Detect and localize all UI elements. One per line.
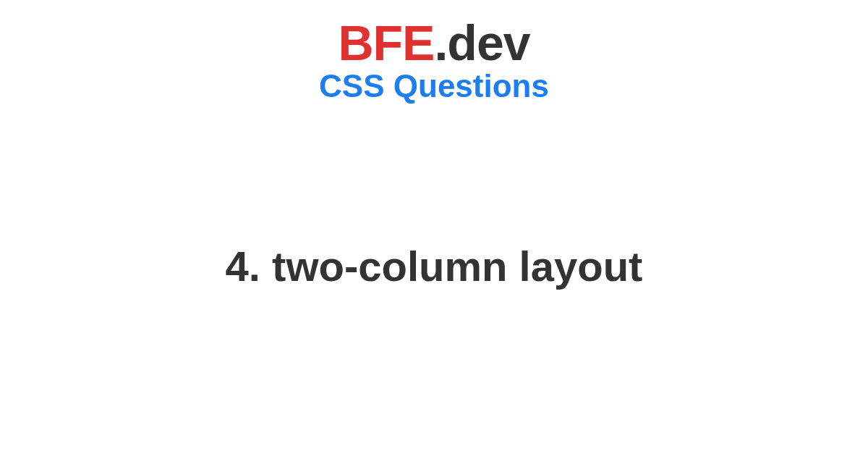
question-title: 4. two-column layout bbox=[226, 242, 643, 290]
site-logo: BFE.dev bbox=[338, 14, 529, 71]
logo-brand: BFE bbox=[338, 15, 434, 70]
logo-suffix: .dev bbox=[434, 15, 529, 70]
category-label: CSS Questions bbox=[319, 68, 549, 104]
